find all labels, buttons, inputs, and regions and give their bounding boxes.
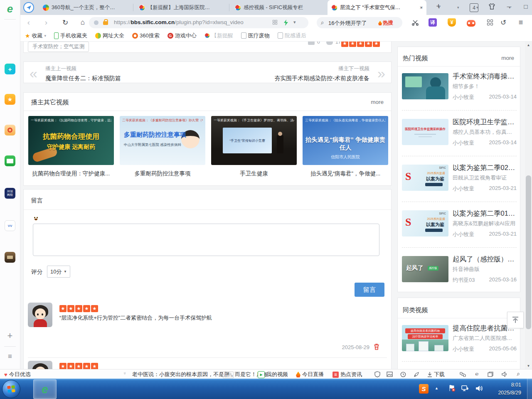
translate-icon[interactable]: 译	[427, 17, 438, 28]
bookmark-yuangan[interactable]: 院感通后	[278, 32, 306, 39]
download-link[interactable]: 下载	[427, 371, 445, 378]
bookmark-medical-waste[interactable]: 医疗废物	[241, 32, 270, 39]
taskbar-360-browser-button[interactable]: e	[33, 379, 57, 399]
like-icon[interactable]	[308, 42, 315, 45]
bookmark-new-notice[interactable]: 【新提醒	[204, 32, 233, 39]
add-app-button[interactable]: +	[5, 330, 15, 341]
vv-document-icon[interactable]: VV	[5, 220, 15, 231]
skin-tshirt-icon[interactable]	[485, 0, 499, 12]
find-on-page-icon[interactable]: ⌕	[515, 371, 522, 377]
video-caption[interactable]: 多重耐药防控注意事项	[120, 170, 205, 177]
prev-video-link[interactable]: 播主上一视频 魔童降世任务二：标准预防篇	[45, 65, 121, 82]
back-to-top-button[interactable]	[507, 312, 524, 328]
my-videos-link[interactable]: ▶我的视频	[258, 371, 288, 378]
tab-360-nav[interactable]: 360导航_一个主页，整个…	[39, 0, 131, 15]
hot-video-item[interactable]: 手术室终末消毒操作... 细节多多！ 小小牧童 2025-03-14	[402, 72, 517, 112]
hot-video-item[interactable]: S SIFIC 2025系列直播 以案为鉴 以案为鉴第二季02：... 田靓从卫…	[402, 163, 517, 203]
search-query[interactable]: 16个外甥开学了	[328, 20, 374, 27]
scroll-up-icon[interactable]: ▲	[525, 42, 532, 48]
wallet-shield-icon[interactable]: ¥	[446, 17, 457, 28]
daily-picks-link[interactable]: ♥今日优选	[4, 371, 31, 378]
volume-icon[interactable]	[475, 385, 483, 392]
navigation-compass-button[interactable]	[23, 2, 34, 13]
comment-textarea[interactable]	[33, 224, 379, 256]
video-thumbnail[interactable]: 一等奖获奖视频：《抗菌药物合理使用，守护健康，远离耐药》 抗菌药物合理使用 守护…	[28, 116, 114, 165]
game-center-icon[interactable]	[466, 17, 476, 28]
home-button[interactable]: ⌂	[77, 17, 88, 28]
bookmark-360-search[interactable]: 360搜索	[132, 32, 160, 39]
tab-active-laminar-flow[interactable]: 层流之下 “手术室空气保… ×	[328, 0, 426, 15]
ie-compat-icon[interactable]: ℮	[474, 371, 480, 377]
wallet-dropdown-icon[interactable]: ▾	[457, 5, 459, 10]
news-ticker-link[interactable]: 老中医说：小腹突出的根本原因，不是胖，而是它！后悔...	[132, 371, 272, 378]
video-thumbnail[interactable]: 二等奖获奖视频：《多重耐药防控注意事项》孙久荣（中山大学附属第七医院感染性疾病科…	[120, 116, 205, 165]
security-shield-icon[interactable]	[374, 371, 380, 377]
commenter-avatar[interactable]	[28, 303, 52, 327]
reload-button[interactable]: ↻	[60, 17, 71, 28]
other-videos-more-link[interactable]: more	[371, 99, 384, 105]
scrollbar-thumb[interactable]	[526, 175, 531, 329]
apps-grid-icon[interactable]	[485, 17, 495, 28]
similar-video-item[interactable]: 提高住院患者抗菌药物 治疗前病原学送检率 提高住院患者抗菌药... 广东省第二人…	[402, 324, 517, 364]
video-thumbnail[interactable]: 一等奖获奖视频：《手卫生健康》罗佳欤、蒋羽殊、汤小萍等（遂宁市中心医院） “手卫…	[211, 116, 297, 165]
commenter-avatar[interactable]	[28, 361, 52, 369]
scroll-down-icon[interactable]: ▼	[525, 362, 532, 369]
live-today-link[interactable]: 今日直播	[296, 371, 324, 378]
network-icon[interactable]	[461, 385, 470, 392]
huanqiu-wangxiao-icon[interactable]: 环球网校	[5, 188, 15, 199]
next-arrows-icon[interactable]: »	[377, 66, 385, 80]
url-text[interactable]: https://bbs.sific.com.cn/plugin.php?id=x…	[114, 19, 268, 25]
screenshot-image-icon[interactable]	[387, 371, 393, 377]
history-clock-icon[interactable]	[400, 371, 406, 377]
hot-news-link[interactable]: ≣热点资讯	[332, 371, 362, 378]
address-bar[interactable]: https://bbs.sific.com.cn/plugin.php?id=x…	[89, 17, 308, 28]
video-caption[interactable]: 抗菌药物合理使用：守护健康...	[28, 170, 114, 177]
action-center-flag-icon[interactable]	[448, 384, 456, 392]
forward-button[interactable]: ›	[41, 17, 52, 28]
video-caption[interactable]: 手卫生健康	[211, 170, 297, 177]
health-app-icon[interactable]: +	[5, 64, 15, 74]
page-scrollbar[interactable]: ▲ ▼	[525, 42, 532, 369]
start-button[interactable]	[2, 380, 20, 398]
hot-videos-more-link[interactable]: more	[501, 55, 514, 61]
video-tag-button[interactable]: 手术室防控；空气监测	[28, 42, 89, 52]
tab-sific-notice[interactable]: 【新提醒】上海国际医院…	[135, 0, 227, 15]
hot-search-badge[interactable]: 热搜	[378, 20, 393, 27]
prev-arrows-icon[interactable]: «	[30, 66, 37, 80]
show-desktop-button[interactable]	[527, 379, 532, 399]
photo-shortcut-icon[interactable]	[5, 252, 15, 263]
bookmark-site-directory[interactable]: 网址大全	[95, 32, 124, 39]
delete-comment-trash-icon[interactable]	[374, 343, 379, 352]
translate-dropdown-icon[interactable]: ▾	[438, 5, 440, 10]
bookmark-game-center[interactable]: G游戏中心	[167, 32, 197, 39]
app-list-button[interactable]: ≡	[5, 351, 15, 362]
tray-s-app-icon[interactable]: S	[419, 384, 429, 394]
address-dropdown-icon[interactable]: ▾	[293, 20, 296, 25]
speed-rocket-icon[interactable]	[413, 371, 419, 377]
screenshot-scissors-icon[interactable]	[410, 17, 421, 28]
video-rating-stars[interactable]: ★★★★★	[341, 42, 381, 47]
back-button[interactable]: ‹	[23, 17, 34, 28]
undo-dropdown-icon[interactable]: ▾	[509, 5, 511, 10]
video-thumbnail[interactable]: 三等奖获奖视频：《抬头遇见病毒君，争做健康责任人》张少莲（信阳市人民医院）关注健…	[303, 116, 388, 165]
weibo-icon[interactable]	[5, 125, 15, 135]
submit-comment-button[interactable]: 留言	[355, 283, 384, 297]
window-mode-icon[interactable]	[487, 371, 493, 377]
next-video-link[interactable]: 播主下一视频 夯实围手术期感染防控-术前皮肤准备	[274, 65, 369, 82]
main-menu-icon[interactable]: ≡	[515, 17, 526, 28]
tab-sific-videos[interactable]: 感控视频 - SIFIC视频专栏	[231, 0, 323, 15]
hot-video-item[interactable]: S SIFIC 2025系列直播 以案为鉴 以案为鉴第二季01：... 高晓东&…	[402, 209, 517, 249]
rating-select[interactable]: 10分 ▼	[47, 266, 70, 278]
undo-closed-tab-icon[interactable]: ↺	[498, 17, 509, 28]
bookmark-mobile-favorites[interactable]: 手机收藏夹	[54, 32, 87, 39]
qr-code-icon[interactable]	[273, 20, 278, 25]
taskbar-clock[interactable]: 8:01 2025/8/29	[488, 381, 521, 397]
favorites-star-icon[interactable]: ★	[5, 94, 15, 105]
reader-mode-icon[interactable]	[94, 20, 99, 25]
search-box[interactable]: ⌕ 16个外甥开学了 热搜	[317, 17, 402, 28]
maximize-button[interactable]: □	[519, 0, 532, 12]
tray-expand-icon[interactable]: ▲	[435, 386, 438, 390]
mute-speaker-icon[interactable]	[501, 371, 507, 377]
hot-video-item[interactable]: 起风了 感控版 起风了（感控版）—... 抖音神曲版 约书亚03 2025-03…	[402, 255, 517, 295]
scissors-dropdown-icon[interactable]: ▾	[421, 5, 423, 10]
